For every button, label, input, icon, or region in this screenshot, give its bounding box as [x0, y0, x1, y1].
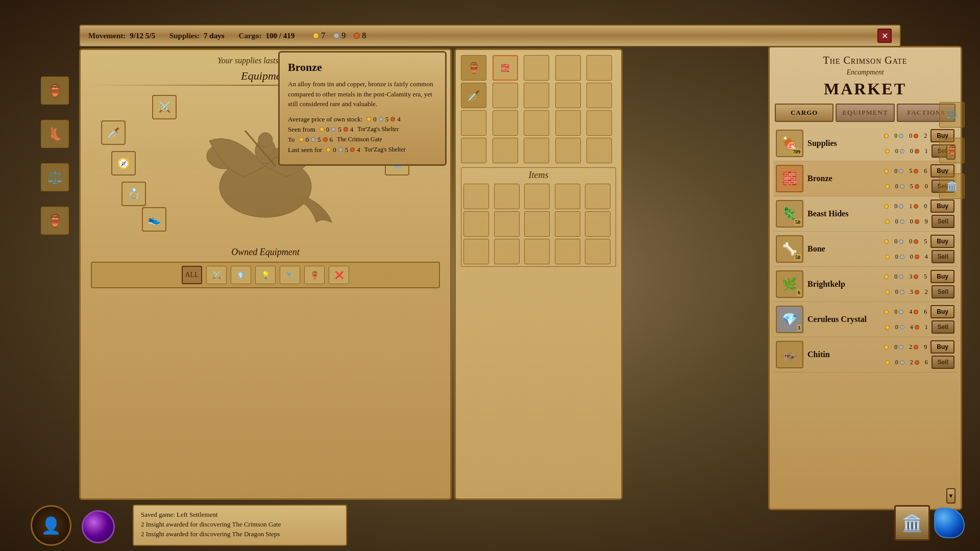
- filter-weapon-btn[interactable]: ⚔️: [206, 266, 227, 284]
- inv-slot-2[interactable]: 🧱: [493, 55, 518, 81]
- to-orange-dot: [323, 137, 328, 142]
- inv-slot-7[interactable]: [493, 83, 518, 108]
- last-orange-dot: [350, 147, 355, 152]
- brightkelp-buy-btn[interactable]: Buy: [930, 270, 954, 283]
- brightkelp-sell-btn[interactable]: Sell: [932, 285, 954, 298]
- supplies-count: 709: [792, 148, 801, 155]
- item-slot-12[interactable]: [494, 239, 520, 264]
- to-gray-dot: [311, 137, 315, 142]
- inv-slot-9[interactable]: [555, 83, 581, 108]
- beast-hides-count: 50: [794, 219, 801, 226]
- market-title: MARKET: [770, 80, 961, 98]
- inv-slot-20[interactable]: [586, 138, 612, 163]
- bone-icon: 🦴 50: [776, 235, 803, 263]
- tooltip-description: An alloy from tin and copper, bronze is …: [288, 79, 437, 109]
- filter-armor-btn[interactable]: 🛡️: [231, 266, 251, 284]
- owned-equipment-title: Owned Equipment: [91, 247, 440, 258]
- item-slot-11[interactable]: [463, 239, 489, 264]
- last-yellow-dot: [326, 147, 331, 152]
- scroll-down-button[interactable]: ▼: [946, 488, 955, 504]
- filter-accessory-btn[interactable]: 💡: [255, 266, 276, 284]
- inv-slot-12[interactable]: [493, 110, 518, 136]
- r-deco-2: 🏺: [939, 138, 965, 163]
- item-slot-4[interactable]: [555, 184, 580, 209]
- item-slot-15[interactable]: [585, 239, 610, 264]
- currency-yellow: 7: [313, 31, 325, 40]
- equip-slot-chest[interactable]: 🧭: [111, 151, 136, 176]
- inv-slot-19[interactable]: [555, 138, 581, 163]
- brightkelp-count: 6: [797, 289, 801, 296]
- currency-gray-value: 9: [341, 31, 346, 40]
- log-line-3: 2 Insight awarded for discovering The Dr…: [141, 530, 339, 538]
- inv-slot-10[interactable]: [586, 83, 612, 108]
- inv-slot-14[interactable]: [555, 110, 581, 136]
- tab-cargo[interactable]: CARGO: [775, 104, 834, 122]
- filter-potion-btn[interactable]: 🏺: [304, 266, 325, 284]
- ceruleus-crystal-prices: 0 4 6 Buy 0 4 1 Sell: [884, 305, 954, 334]
- chitin-sell-btn[interactable]: Sell: [932, 356, 954, 369]
- currency-yellow-value: 7: [321, 31, 325, 40]
- player-avatar: 👤: [31, 505, 71, 546]
- inv-slot-6[interactable]: 🗡️: [461, 83, 486, 108]
- inv-slot-3[interactable]: [524, 55, 549, 81]
- portal-icon[interactable]: 🏛️: [894, 505, 930, 541]
- inv-slot-16[interactable]: [461, 138, 486, 163]
- equip-slot-ring[interactable]: 💍: [121, 182, 146, 206]
- skill-orb[interactable]: [82, 510, 115, 543]
- item-slot-5[interactable]: [585, 184, 610, 209]
- item-slot-10[interactable]: [585, 211, 610, 237]
- ceruleus-crystal-sell-btn[interactable]: Sell: [932, 320, 954, 334]
- inv-slot-5[interactable]: [586, 55, 612, 81]
- inv-slot-18[interactable]: [524, 138, 549, 163]
- inv-slot-8[interactable]: [524, 83, 549, 108]
- ceruleus-crystal-buy-row: 0 4 6 Buy: [884, 305, 954, 318]
- to-location: The Crimson Gate: [337, 136, 382, 143]
- bone-sell-btn[interactable]: Sell: [932, 250, 954, 263]
- deco-scale-icon: ⚖️: [41, 163, 69, 191]
- item-slot-8[interactable]: [524, 211, 550, 237]
- ceruleus-crystal-buy-btn[interactable]: Buy: [930, 305, 954, 318]
- market-panel: The Crimson Gate Encampment MARKET CARGO…: [768, 46, 962, 510]
- item-slot-14[interactable]: [555, 239, 580, 264]
- item-slot-2[interactable]: [494, 184, 520, 209]
- inv-slot-13[interactable]: [524, 110, 549, 136]
- beast-hides-sell-btn[interactable]: Sell: [932, 215, 954, 228]
- avg-gray-dot: [379, 117, 383, 121]
- filter-misc-btn[interactable]: ❌: [329, 266, 349, 284]
- item-slot-3[interactable]: [524, 184, 550, 209]
- bronze-tooltip: Bronze An alloy from tin and copper, bro…: [278, 51, 447, 166]
- filter-all-btn[interactable]: ALL: [182, 266, 202, 284]
- right-decorations: ⚖️ 🏺 🏛️: [939, 102, 965, 199]
- deco-jug2-icon: 🏺: [41, 207, 69, 235]
- inv-slot-15[interactable]: [586, 110, 612, 136]
- tooltip-title: Bronze: [288, 61, 437, 74]
- filter-tool-btn[interactable]: 🔧: [280, 266, 300, 284]
- chitin-buy-btn[interactable]: Buy: [930, 340, 954, 354]
- bone-buy-btn[interactable]: Buy: [930, 235, 954, 248]
- equip-slot-feet[interactable]: 👟: [142, 207, 166, 232]
- last-location: Tor'Zag's Shelter: [364, 146, 406, 154]
- r-deco-1: ⚖️: [939, 102, 965, 128]
- inv-slot-1[interactable]: 🏺: [461, 55, 486, 81]
- item-slot-7[interactable]: [494, 211, 520, 237]
- inv-slot-4[interactable]: [555, 55, 581, 81]
- item-slot-9[interactable]: [555, 211, 580, 237]
- item-slot-6[interactable]: [463, 211, 489, 237]
- item-slot-13[interactable]: [524, 239, 550, 264]
- activity-log: Saved game: Left Settlement 2 Insight aw…: [133, 505, 347, 546]
- tab-equipment[interactable]: EQUIPMENT: [836, 104, 894, 122]
- beast-hides-buy-btn[interactable]: Buy: [930, 199, 954, 213]
- top-bar: Movement: 9/12 5/5 Supplies: 7 days Carg…: [79, 24, 901, 47]
- beast-hides-prices: 0 1 0 Buy 0 0 9 Sell: [884, 199, 954, 228]
- seen-yellow-dot: [320, 127, 324, 132]
- equip-slot-head[interactable]: ⚔️: [152, 95, 177, 119]
- equip-slot-weapon1[interactable]: 🗡️: [101, 120, 126, 145]
- brightkelp-sell-row: 0 3 2 Sell: [885, 285, 954, 298]
- item-slot-1[interactable]: [463, 184, 489, 209]
- chitin-sell-row: 0 2 6 Sell: [885, 356, 954, 369]
- inv-slot-11[interactable]: [461, 110, 486, 136]
- inv-slot-17[interactable]: [493, 138, 518, 163]
- yellow-dot-icon: [313, 33, 319, 39]
- gray-dot-icon: [333, 33, 339, 39]
- close-button[interactable]: ✕: [877, 29, 892, 43]
